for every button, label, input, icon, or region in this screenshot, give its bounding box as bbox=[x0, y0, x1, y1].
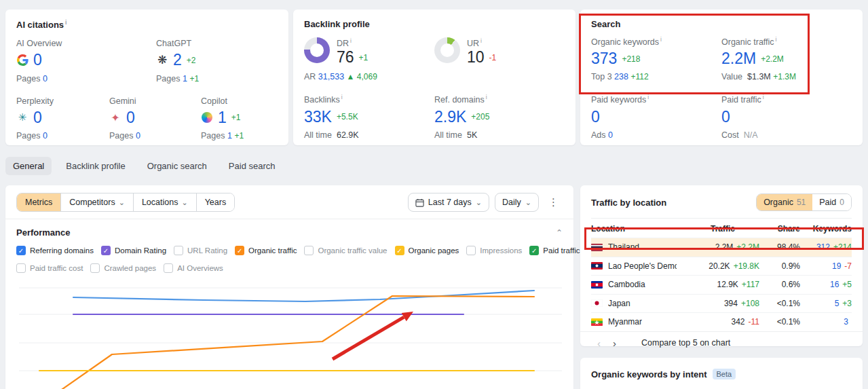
perplexity-icon: ✳ bbox=[16, 111, 29, 124]
pages-count-link[interactable]: 1 bbox=[227, 131, 232, 141]
report-tabs: General Backlink profile Organic search … bbox=[5, 157, 283, 175]
granularity-button[interactable]: Daily ⌄ bbox=[495, 193, 539, 212]
organic-toggle[interactable]: Organic51 bbox=[757, 194, 812, 210]
backlinks-stat: Backlinksi 33K +5.5K All time 62.9K bbox=[304, 94, 434, 139]
pages-count-link[interactable]: 1 bbox=[183, 74, 187, 84]
gemini-icon: ✦ bbox=[109, 111, 121, 124]
backlinks-value[interactable]: 33K bbox=[304, 109, 332, 126]
more-options-icon[interactable]: ⋮ bbox=[544, 196, 563, 208]
metrics-segment[interactable]: Metrics bbox=[17, 193, 61, 211]
prev-page-icon[interactable]: ‹ bbox=[591, 338, 607, 348]
table-row-laos[interactable]: Lao People's Democratic Reput 20.2K+19.8… bbox=[591, 257, 852, 276]
flag-myanmar-icon bbox=[591, 318, 603, 326]
checkbox-icon bbox=[304, 246, 314, 255]
checkbox-url-rating[interactable]: URL Rating bbox=[174, 246, 227, 255]
copilot-stat: Copilot 1 +1 Pages 1 +1 bbox=[201, 96, 278, 141]
checkbox-paid-traffic[interactable]: Paid traffic bbox=[529, 246, 580, 255]
pages-count-link[interactable]: 0 bbox=[43, 131, 48, 141]
flag-japan-icon bbox=[591, 299, 603, 307]
checkbox-organic-pages[interactable]: Organic pages bbox=[395, 246, 459, 255]
ai-overview-value: 0 bbox=[33, 52, 42, 69]
checkbox-impressions[interactable]: Impressions bbox=[466, 246, 522, 255]
checkbox-organic-traffic-value[interactable]: Organic traffic value bbox=[304, 246, 387, 255]
keywords-link[interactable]: 312 bbox=[816, 242, 830, 252]
chart-toolbar: Metrics Competitors⌄ Locations⌄ Years La… bbox=[5, 185, 573, 219]
performance-chart[interactable] bbox=[5, 272, 573, 389]
checkbox-referring-domains[interactable]: Referring domains bbox=[16, 246, 94, 255]
google-icon bbox=[16, 54, 29, 67]
next-page-icon[interactable]: › bbox=[607, 338, 622, 348]
competitors-segment[interactable]: Competitors⌄ bbox=[61, 193, 134, 211]
dr-donut-gauge bbox=[304, 37, 330, 63]
table-row-thailand[interactable]: Thailand 2.2M+2.2M 98.4% 312+214 bbox=[591, 238, 852, 257]
organic-keywords-value[interactable]: 373 bbox=[591, 50, 617, 67]
ar-delta: ▲ 4,069 bbox=[347, 72, 377, 81]
checkbox-icon bbox=[235, 246, 244, 255]
date-range-button[interactable]: Last 7 days ⌄ bbox=[408, 193, 489, 212]
pages-count-link[interactable]: 0 bbox=[43, 74, 48, 84]
ar-value-link[interactable]: 31,533 bbox=[318, 72, 344, 81]
metric-checkbox-row-1: Referring domains Domain Rating URL Rati… bbox=[16, 246, 563, 255]
info-icon: i bbox=[763, 94, 764, 100]
paid-traffic-value[interactable]: 0 bbox=[721, 109, 730, 126]
collapse-chevron-icon[interactable]: ⌃ bbox=[556, 228, 563, 238]
ar-label: AR bbox=[304, 72, 316, 81]
checkbox-icon bbox=[101, 246, 111, 255]
copilot-label: Copilot bbox=[201, 96, 278, 106]
location-table: Location Traffic Share Keywords Thailand… bbox=[580, 218, 863, 331]
search-card: Search Organic keywordsi 373 +218 Top 3 … bbox=[580, 10, 863, 145]
perplexity-value: 0 bbox=[33, 109, 42, 126]
location-table-header: Location Traffic Share Keywords bbox=[591, 218, 852, 238]
pages-count-link[interactable]: 0 bbox=[136, 131, 140, 141]
table-row-cambodia[interactable]: Cambodia 12.9K+117 0.6% 16+5 bbox=[591, 275, 852, 294]
ref-domains-label: Ref. domains bbox=[434, 96, 485, 105]
ref-domains-stat: Ref. domainsi 2.9K +205 All time 5K bbox=[434, 94, 565, 139]
performance-title: Performance bbox=[16, 227, 70, 238]
tab-organic-search[interactable]: Organic search bbox=[140, 157, 214, 175]
chatgpt-label: ChatGPT bbox=[156, 39, 278, 48]
ur-label: UR bbox=[467, 39, 479, 48]
dr-value: 76 bbox=[337, 49, 354, 66]
locations-segment[interactable]: Locations⌄ bbox=[134, 193, 197, 211]
checkbox-organic-traffic[interactable]: Organic traffic bbox=[235, 246, 297, 255]
backlinks-alltime: 62.9K bbox=[337, 130, 359, 140]
copilot-value: 1 bbox=[218, 109, 227, 126]
tab-general[interactable]: General bbox=[5, 157, 52, 175]
paid-keywords-stat: Paid keywordsi 0 Ads 0 bbox=[591, 94, 721, 139]
organic-traffic-value[interactable]: 2.2M bbox=[721, 50, 756, 67]
compare-top5-link[interactable]: Compare top 5 on chart bbox=[641, 338, 730, 348]
traffic-by-location-title: Traffic by location bbox=[591, 198, 666, 208]
checkbox-domain-rating[interactable]: Domain Rating bbox=[101, 246, 166, 255]
years-segment[interactable]: Years bbox=[197, 193, 235, 211]
checkbox-icon bbox=[174, 246, 183, 255]
performance-section: Performance ⌃ Referring domains Domain R… bbox=[5, 219, 573, 273]
ur-delta: -1 bbox=[489, 53, 497, 62]
keywords-link[interactable]: 16 bbox=[830, 280, 839, 289]
table-row-myanmar[interactable]: Myanmar 342-11 <0.1% 3 bbox=[591, 312, 852, 331]
keywords-by-intent-title: Organic keywords by intent bbox=[591, 369, 707, 379]
paid-toggle[interactable]: Paid0 bbox=[812, 194, 851, 210]
ref-domains-alltime: 5K bbox=[467, 130, 477, 140]
keywords-link[interactable]: 5 bbox=[835, 299, 839, 308]
info-icon: i bbox=[647, 94, 649, 100]
location-table-footer: ‹ › Compare top 5 on chart bbox=[580, 331, 863, 354]
tab-paid-search[interactable]: Paid search bbox=[221, 157, 283, 175]
ai-overview-stat: AI Overview 0 Pages 0 bbox=[16, 39, 156, 83]
keywords-link[interactable]: 19 bbox=[832, 261, 841, 271]
keywords-link[interactable]: 3 bbox=[844, 317, 848, 327]
flag-thailand-icon bbox=[591, 244, 603, 251]
flag-laos-icon bbox=[591, 262, 603, 270]
tab-backlink-profile[interactable]: Backlink profile bbox=[58, 157, 132, 175]
table-row-japan[interactable]: Japan 394+108 <0.1% 5+3 bbox=[591, 294, 852, 313]
dr-delta: +1 bbox=[359, 53, 369, 62]
backlink-profile-card: Backlink profile DRi 76 +1 AR 31,533 ▲ 4… bbox=[293, 10, 575, 145]
paid-keywords-value[interactable]: 0 bbox=[591, 109, 600, 126]
ads-link[interactable]: 0 bbox=[608, 130, 613, 140]
info-icon: i bbox=[480, 37, 482, 44]
top3-link[interactable]: 238 bbox=[614, 72, 628, 81]
paid-traffic-stat: Paid traffici 0 Cost N/A bbox=[721, 94, 852, 139]
organic-paid-toggle: Organic51 Paid0 bbox=[756, 193, 852, 211]
ref-domains-value[interactable]: 2.9K bbox=[434, 109, 466, 126]
chevron-down-icon: ⌄ bbox=[181, 199, 187, 206]
info-icon: i bbox=[341, 94, 343, 100]
